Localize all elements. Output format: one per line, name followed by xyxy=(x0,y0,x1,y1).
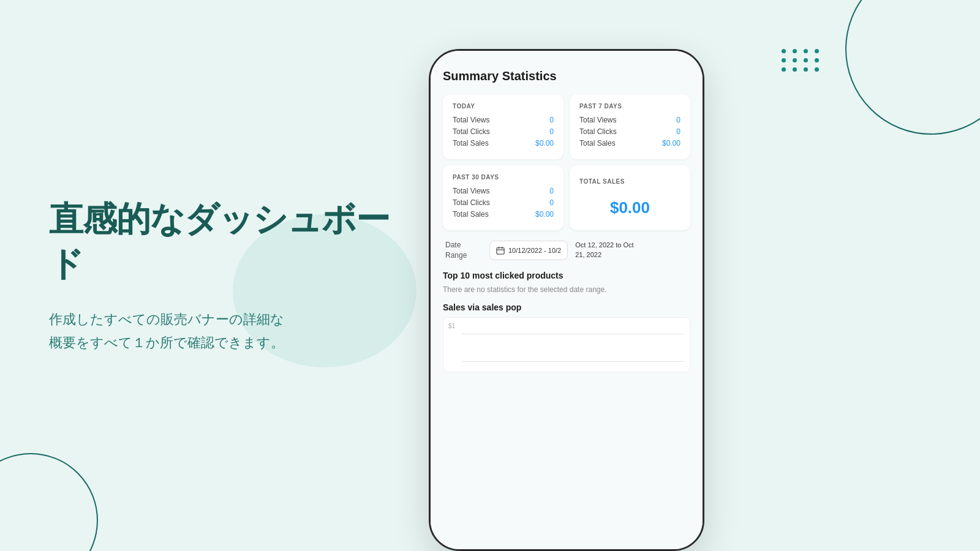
past30days-views-row: Total Views 0 xyxy=(453,187,554,195)
phone-container: Summary Statistics TODAY Total Views 0 T… xyxy=(429,49,704,551)
date-range-label: DateRange xyxy=(445,240,482,261)
past30days-clicks-row: Total Clicks 0 xyxy=(453,198,554,207)
past7days-views-value: 0 xyxy=(676,116,680,124)
chart-title: Sales via sales pop xyxy=(443,302,690,312)
past7days-sales-value: $0.00 xyxy=(662,139,680,148)
past7days-views-row: Total Views 0 xyxy=(579,116,680,124)
date-input-value: 10/12/2022 - 10/2 xyxy=(508,247,561,254)
svg-rect-0 xyxy=(497,247,504,254)
total-sales-label: TOTAL SALES xyxy=(579,178,680,185)
total-sales-value: $0.00 xyxy=(579,198,680,217)
chart-top-line xyxy=(462,334,684,334)
past7days-clicks-row: Total Clicks 0 xyxy=(579,127,680,136)
date-range-display: Oct 12, 2022 to Oct21, 2022 xyxy=(575,241,633,260)
date-range-section: DateRange 10/12/2022 - 10/2 Oct 12, 2022… xyxy=(443,240,690,261)
calendar-icon xyxy=(496,246,505,255)
today-sales-label: Total Sales xyxy=(453,139,489,148)
chart-y-label: $1 xyxy=(448,323,455,329)
chart-section: Sales via sales pop $1 xyxy=(443,302,690,372)
chart-bottom-line xyxy=(462,361,684,362)
today-sales-value: $0.00 xyxy=(535,139,554,148)
today-label: TODAY xyxy=(453,103,554,110)
past7days-sales-row: Total Sales $0.00 xyxy=(579,139,680,148)
past30days-views-label: Total Views xyxy=(453,187,489,195)
top-clicked-title: Top 10 most clicked products xyxy=(443,271,690,280)
phone-frame: Summary Statistics TODAY Total Views 0 T… xyxy=(429,49,704,551)
dashboard-content: Summary Statistics TODAY Total Views 0 T… xyxy=(443,69,690,372)
dots-grid xyxy=(782,49,821,72)
past30days-clicks-value: 0 xyxy=(549,198,554,207)
left-section: 直感的なダッシュボード 作成したすべての販売バナーの詳細な概要をすべて１か所で確… xyxy=(0,0,441,551)
chart-area: $1 xyxy=(443,317,690,372)
past7days-label: PAST 7 DAYS xyxy=(579,103,680,110)
past7days-sales-label: Total Sales xyxy=(579,139,616,148)
total-sales-card: TOTAL SALES $0.00 xyxy=(570,165,690,230)
past7days-views-label: Total Views xyxy=(579,116,616,124)
past30days-sales-value: $0.00 xyxy=(535,210,554,219)
today-views-label: Total Views xyxy=(453,116,489,124)
today-sales-row: Total Sales $0.00 xyxy=(453,139,554,148)
past30days-card: PAST 30 DAYS Total Views 0 Total Clicks … xyxy=(443,165,564,230)
today-clicks-row: Total Clicks 0 xyxy=(453,127,554,136)
past7days-clicks-value: 0 xyxy=(676,127,680,136)
main-heading: 直感的なダッシュボード xyxy=(49,197,392,287)
sub-text: 作成したすべての販売バナーの詳細な概要をすべて１か所で確認できます。 xyxy=(49,308,392,354)
past30days-sales-label: Total Sales xyxy=(453,210,489,219)
past30days-views-value: 0 xyxy=(549,187,554,195)
today-clicks-label: Total Clicks xyxy=(453,127,490,136)
no-stats-text: There are no statistics for the selected… xyxy=(443,285,690,294)
past7days-card: PAST 7 DAYS Total Views 0 Total Clicks 0… xyxy=(570,94,690,159)
stats-grid: TODAY Total Views 0 Total Clicks 0 Total… xyxy=(443,94,690,230)
today-views-value: 0 xyxy=(549,116,554,124)
past30days-label: PAST 30 DAYS xyxy=(453,174,554,181)
phone-screen: Summary Statistics TODAY Total Views 0 T… xyxy=(431,51,703,549)
past7days-clicks-label: Total Clicks xyxy=(579,127,617,136)
date-input-button[interactable]: 10/12/2022 - 10/2 xyxy=(489,241,568,260)
past30days-sales-row: Total Sales $0.00 xyxy=(453,210,554,219)
past30days-clicks-label: Total Clicks xyxy=(453,198,490,207)
today-card: TODAY Total Views 0 Total Clicks 0 Total… xyxy=(443,94,564,159)
today-clicks-value: 0 xyxy=(549,127,554,136)
today-views-row: Total Views 0 xyxy=(453,116,554,124)
bg-circle-top-right xyxy=(845,0,980,135)
summary-statistics-title: Summary Statistics xyxy=(443,69,690,83)
